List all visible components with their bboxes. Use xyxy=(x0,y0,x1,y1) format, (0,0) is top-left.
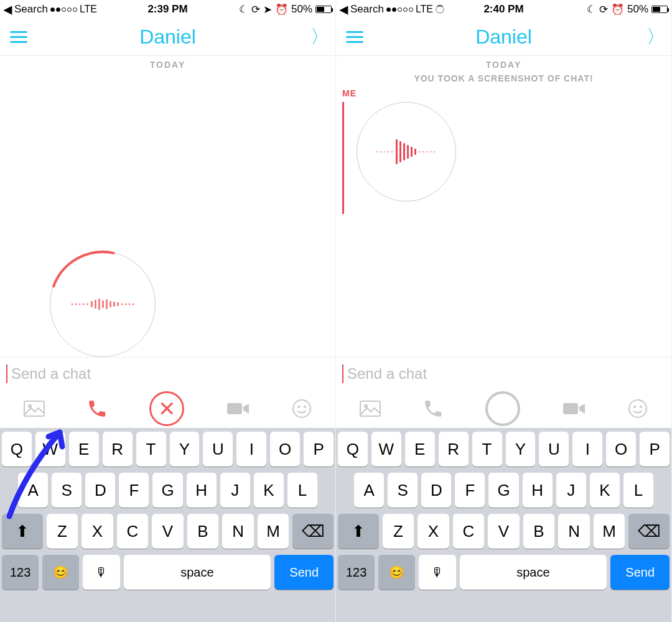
key-q[interactable]: Q xyxy=(338,432,368,466)
key-c[interactable]: C xyxy=(117,514,149,549)
record-button[interactable] xyxy=(485,391,520,426)
key-h[interactable]: H xyxy=(523,473,553,508)
key-z[interactable]: Z xyxy=(383,514,414,549)
clock-label: 2:39 PM xyxy=(113,3,223,16)
key-f[interactable]: F xyxy=(455,473,485,508)
key-u[interactable]: U xyxy=(539,432,569,466)
chat-input[interactable]: Send a chat xyxy=(11,365,329,383)
key-j[interactable]: J xyxy=(220,473,250,508)
key-e[interactable]: E xyxy=(69,432,99,466)
location-icon: ➤ xyxy=(263,3,272,16)
keyboard[interactable]: QWERTYUIOP ASDFGHJKL ⬆ZXCVBNM⌫ 123😊🎙spac… xyxy=(336,428,671,622)
sticker-icon[interactable] xyxy=(292,399,312,419)
key-l[interactable]: L xyxy=(287,473,317,508)
key-s[interactable]: S xyxy=(52,473,82,508)
battery-icon xyxy=(315,6,332,13)
call-icon[interactable] xyxy=(86,398,108,419)
key-g[interactable]: G xyxy=(488,473,518,508)
key-y[interactable]: Y xyxy=(506,432,536,466)
key-n[interactable]: N xyxy=(222,514,254,549)
key-x[interactable]: X xyxy=(418,514,449,549)
key-o[interactable]: O xyxy=(270,432,300,466)
key-z[interactable]: Z xyxy=(47,514,78,549)
photo-icon[interactable] xyxy=(24,401,45,417)
video-icon[interactable] xyxy=(562,401,586,416)
key-123[interactable]: 123 xyxy=(2,555,39,590)
key-send[interactable]: Send xyxy=(610,555,670,590)
key-k[interactable]: K xyxy=(254,473,284,508)
key-t[interactable]: T xyxy=(136,432,166,466)
call-icon[interactable] xyxy=(422,398,444,419)
key-x[interactable]: X xyxy=(82,514,113,549)
chevron-right-icon[interactable]: 〉 xyxy=(304,24,329,50)
menu-icon[interactable] xyxy=(6,27,31,47)
key-c[interactable]: C xyxy=(453,514,485,549)
chat-input-row[interactable]: Send a chat xyxy=(0,357,335,389)
back-to-app-text[interactable]: Search xyxy=(14,3,48,16)
key-⌫[interactable]: ⌫ xyxy=(628,514,670,549)
chat-body[interactable]: TODAY YOU TOOK A SCREENSHOT OF CHAT! ME xyxy=(336,56,671,357)
key-🎙[interactable]: 🎙 xyxy=(419,555,455,590)
cancel-record-button[interactable]: ✕ xyxy=(149,391,184,426)
key-a[interactable]: A xyxy=(354,473,384,508)
key-😊[interactable]: 😊 xyxy=(42,555,79,590)
key-y[interactable]: Y xyxy=(170,432,200,466)
key-d[interactable]: D xyxy=(421,473,451,508)
menu-icon[interactable] xyxy=(342,27,367,47)
key-n[interactable]: N xyxy=(558,514,590,549)
video-icon[interactable] xyxy=(226,401,250,416)
key-b[interactable]: B xyxy=(187,514,219,549)
chat-input[interactable]: Send a chat xyxy=(347,365,665,383)
svg-rect-40 xyxy=(360,401,380,416)
key-l[interactable]: L xyxy=(623,473,653,508)
key-r[interactable]: R xyxy=(439,432,469,466)
key-m[interactable]: M xyxy=(594,514,625,549)
key-space[interactable]: space xyxy=(124,555,271,590)
back-to-app-label[interactable]: ◀ xyxy=(4,3,12,16)
key-k[interactable]: K xyxy=(590,473,620,508)
key-e[interactable]: E xyxy=(405,432,435,466)
key-space[interactable]: space xyxy=(460,555,607,590)
svg-point-21 xyxy=(293,400,310,417)
key-t[interactable]: T xyxy=(472,432,502,466)
key-⬆[interactable]: ⬆ xyxy=(2,514,43,549)
chat-body[interactable]: TODAY xyxy=(0,56,335,357)
sticker-icon[interactable] xyxy=(628,399,648,419)
key-b[interactable]: B xyxy=(523,514,555,549)
key-u[interactable]: U xyxy=(203,432,233,466)
key-v[interactable]: V xyxy=(152,514,184,549)
key-s[interactable]: S xyxy=(388,473,418,508)
key-p[interactable]: P xyxy=(640,432,670,466)
key-o[interactable]: O xyxy=(606,432,636,466)
key-m[interactable]: M xyxy=(258,514,289,549)
key-d[interactable]: D xyxy=(85,473,115,508)
key-i[interactable]: I xyxy=(572,432,602,466)
chevron-right-icon[interactable]: 〉 xyxy=(640,24,665,50)
key-send[interactable]: Send xyxy=(274,555,334,590)
key-q[interactable]: Q xyxy=(2,432,32,466)
chat-input-row[interactable]: Send a chat xyxy=(336,357,671,389)
key-i[interactable]: I xyxy=(236,432,266,466)
recording-bubble[interactable] xyxy=(50,251,156,357)
back-to-app-label[interactable]: ◀ xyxy=(340,3,348,16)
lock-icon: ⟳ xyxy=(251,3,260,16)
key-😊[interactable]: 😊 xyxy=(378,555,415,590)
key-⌫[interactable]: ⌫ xyxy=(292,514,334,549)
key-g[interactable]: G xyxy=(152,473,182,508)
photo-icon[interactable] xyxy=(360,401,381,417)
voice-note-bubble[interactable] xyxy=(357,102,456,202)
key-a[interactable]: A xyxy=(18,473,48,508)
key-w[interactable]: W xyxy=(371,432,401,466)
key-j[interactable]: J xyxy=(556,473,586,508)
key-v[interactable]: V xyxy=(488,514,520,549)
key-⬆[interactable]: ⬆ xyxy=(338,514,379,549)
back-to-app-text[interactable]: Search xyxy=(350,3,384,16)
key-w[interactable]: W xyxy=(35,432,65,466)
key-f[interactable]: F xyxy=(119,473,149,508)
key-123[interactable]: 123 xyxy=(338,555,375,590)
key-🎙[interactable]: 🎙 xyxy=(83,555,119,590)
key-h[interactable]: H xyxy=(187,473,217,508)
key-p[interactable]: P xyxy=(304,432,334,466)
key-r[interactable]: R xyxy=(103,432,133,466)
keyboard[interactable]: QWERTYUIOP ASDFGHJKL ⬆ZXCVBNM⌫ 123😊🎙spac… xyxy=(0,428,335,622)
